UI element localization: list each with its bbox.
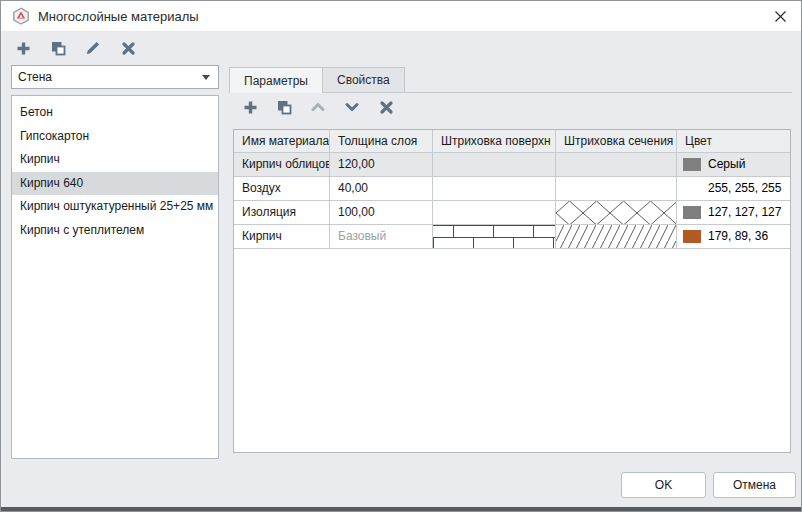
table-row[interactable]: Изоляция 100,00 127, 127, 127 (234, 201, 790, 225)
add-material-button[interactable] (14, 39, 32, 57)
chevron-up-icon (310, 99, 326, 115)
col-header-name: Имя материала (234, 130, 330, 153)
ok-button[interactable]: OK (621, 472, 706, 498)
layers-table: Имя материала Толщина слоя Штриховка пов… (233, 129, 791, 453)
combobox-value: Стена (12, 70, 202, 84)
cell-name[interactable]: Кирпич (234, 225, 330, 249)
list-item[interactable]: Бетон (12, 101, 218, 125)
cell-name[interactable]: Воздух (234, 177, 330, 201)
table-row[interactable]: Кирпич облицов 120,00 Серый (234, 153, 790, 177)
col-header-section-hatch: Штриховка сечения (556, 130, 677, 153)
list-item[interactable]: Гипсокартон (12, 125, 218, 149)
col-header-surface-hatch: Штриховка поверхн (433, 130, 556, 153)
cell-thickness[interactable]: 40,00 (330, 177, 433, 201)
cell-section-hatch[interactable] (556, 225, 677, 249)
layers-toolbar (241, 98, 395, 116)
tab-properties[interactable]: Свойства (322, 67, 405, 92)
color-swatch (683, 206, 701, 219)
delete-x-icon (121, 41, 136, 56)
cancel-button[interactable]: Отмена (713, 472, 796, 498)
list-item[interactable]: Кирпич с утеплителем (12, 219, 218, 243)
tab-parameters[interactable]: Параметры (229, 67, 323, 93)
delete-x-icon (379, 100, 394, 115)
list-item[interactable]: Кирпич оштукатуренный 25+25 мм (12, 195, 218, 219)
chevron-down-icon (202, 75, 210, 80)
cell-thickness[interactable]: 100,00 (330, 201, 433, 225)
titlebar: Многослойные материалы (1, 1, 801, 31)
cell-color[interactable]: Серый (677, 153, 790, 177)
duplicate-icon (50, 40, 67, 57)
cell-name[interactable]: Кирпич облицов (234, 153, 330, 177)
color-label: Серый (708, 153, 745, 176)
plus-icon (243, 100, 258, 115)
cell-color[interactable]: 255, 255, 255 (677, 177, 790, 201)
color-swatch (683, 230, 701, 243)
window-bottom-edge (1, 507, 801, 511)
duplicate-icon (276, 99, 293, 116)
crosshatch-pattern (556, 201, 676, 224)
list-item[interactable]: Кирпич (12, 148, 218, 172)
material-type-combobox[interactable]: Стена (11, 65, 219, 89)
col-header-thickness: Толщина слоя (330, 130, 433, 153)
chevron-down-icon (344, 99, 360, 115)
close-icon (774, 10, 787, 23)
delete-material-button[interactable] (119, 39, 137, 57)
duplicate-layer-button[interactable] (275, 98, 293, 116)
move-layer-down-button[interactable] (343, 98, 361, 116)
left-toolbar (14, 39, 137, 57)
duplicate-material-button[interactable] (49, 39, 67, 57)
cell-thickness[interactable]: Базовый (330, 225, 433, 249)
dialog-title: Многослойные материалы (38, 9, 199, 24)
table-row[interactable]: Воздух 40,00 255, 255, 255 (234, 177, 790, 201)
table-header: Имя материала Толщина слоя Штриховка пов… (234, 130, 790, 153)
materials-list: Бетон Гипсокартон Кирпич Кирпич 640 Кирп… (11, 95, 219, 459)
cell-thickness[interactable]: 120,00 (330, 153, 433, 177)
plus-icon (16, 41, 31, 56)
color-swatch (683, 158, 701, 171)
cell-color[interactable]: 179, 89, 36 (677, 225, 790, 249)
cell-section-hatch[interactable] (556, 201, 677, 225)
color-swatch (683, 182, 701, 195)
color-label: 179, 89, 36 (708, 225, 768, 248)
col-header-color: Цвет (677, 130, 790, 153)
list-item-selected[interactable]: Кирпич 640 (12, 172, 218, 196)
cell-surface-hatch[interactable] (433, 225, 556, 249)
cell-color[interactable]: 127, 127, 127 (677, 201, 790, 225)
edit-material-button[interactable] (84, 39, 102, 57)
table-row[interactable]: Кирпич Базовый 179, 89, 36 (234, 225, 790, 249)
diagonal-hatch-pattern (556, 225, 676, 248)
color-label: 127, 127, 127 (708, 201, 781, 224)
cell-section-hatch[interactable] (556, 153, 677, 177)
cell-name[interactable]: Изоляция (234, 201, 330, 225)
cell-section-hatch[interactable] (556, 177, 677, 201)
brick-pattern (433, 225, 555, 248)
close-button[interactable] (767, 4, 793, 28)
delete-layer-button[interactable] (377, 98, 395, 116)
add-layer-button[interactable] (241, 98, 259, 116)
cell-surface-hatch[interactable] (433, 201, 556, 225)
cell-surface-hatch[interactable] (433, 153, 556, 177)
app-logo-icon (12, 7, 30, 25)
move-layer-up-button[interactable] (309, 98, 327, 116)
right-tabbar: Параметры Свойства (229, 68, 792, 93)
multilayer-materials-dialog: Многослойные материалы (0, 0, 802, 512)
pencil-icon (85, 40, 101, 56)
color-label: 255, 255, 255 (708, 177, 781, 200)
cell-surface-hatch[interactable] (433, 177, 556, 201)
